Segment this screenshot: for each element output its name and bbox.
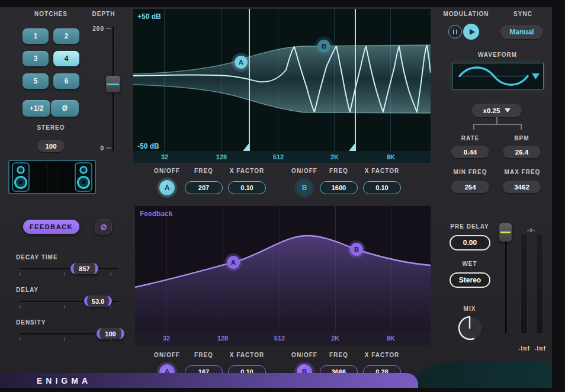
predelay-value[interactable]: 0.00 — [450, 235, 490, 250]
feedback-b-freq-label: FREQ — [321, 352, 357, 358]
bracket-bar — [473, 124, 522, 125]
left-speaker-icon — [12, 163, 29, 191]
phase-invert-button[interactable]: Ø — [51, 100, 79, 117]
rate-value[interactable]: 0.44 — [451, 146, 489, 158]
bpm-label: BPM — [507, 135, 537, 142]
output-fader-handle[interactable] — [499, 223, 512, 242]
sine-wave-icon — [452, 63, 543, 89]
svg-text:512: 512 — [273, 153, 284, 160]
brand-logo: ENIGMA — [37, 376, 91, 385]
svg-text:2K: 2K — [330, 153, 339, 160]
feedback-marker-b[interactable]: B — [348, 240, 365, 258]
max-freq-label: MAX FREQ — [501, 169, 544, 175]
wet-mode-button[interactable]: Stereo — [450, 272, 490, 288]
phaser-marker-b[interactable]: B — [314, 37, 333, 56]
notch-button-2[interactable]: 2 — [53, 28, 79, 44]
density-handle[interactable]: 100 — [97, 328, 124, 339]
feedback-b-xfactor-label: X FACTOR — [359, 352, 405, 358]
density-tick — [20, 338, 21, 341]
svg-text:128: 128 — [216, 153, 227, 160]
phaser-a-freq-value[interactable]: 207 — [185, 181, 223, 194]
notch-button-5[interactable]: 5 — [23, 73, 49, 89]
meter-left — [521, 233, 528, 334]
feedback-a-onoff-label: ON/OFF — [149, 352, 185, 358]
sync-label: SYNC — [510, 11, 536, 17]
fader-handle-line — [500, 232, 511, 233]
wet-label: WET — [457, 261, 483, 267]
phaser-b-freq-value[interactable]: 1600 — [320, 181, 358, 194]
play-icon — [470, 29, 475, 35]
notch-button-1[interactable]: 1 — [23, 28, 49, 44]
decay-time-label: DECAY TIME — [16, 254, 58, 261]
density-label: DENSITY — [16, 319, 46, 326]
svg-text:8K: 8K — [387, 335, 395, 342]
meter-right-inf-label: -Inf — [532, 345, 548, 352]
waveform-selector[interactable] — [452, 63, 544, 89]
svg-text:32: 32 — [161, 153, 168, 160]
bracket-left-leg — [473, 124, 474, 130]
phaser-graph: A B +50 dB -50 dB 32 128 512 2K 8K — [133, 9, 431, 163]
pause-icon — [453, 30, 458, 34]
multiplier-dropdown-arrow-icon — [505, 108, 511, 113]
play-button[interactable] — [463, 24, 479, 40]
half-step-button[interactable]: +1/2 — [23, 100, 50, 117]
density-tick — [64, 338, 65, 341]
plugin-window: NOTCHES 1 2 3 4 5 6 +1/2 Ø STEREO 100 DE… — [0, 0, 565, 392]
notch-button-6[interactable]: 6 — [53, 73, 79, 89]
mix-knob[interactable] — [456, 314, 483, 342]
feedback-marker-a[interactable]: A — [224, 253, 242, 271]
predelay-label: PRE DELAY — [446, 223, 493, 230]
svg-text:8K: 8K — [387, 153, 395, 160]
delay-handle[interactable]: 53.0 — [84, 295, 112, 307]
rate-multiplier-dropdown[interactable]: x0.25 — [472, 104, 522, 117]
decay-tick — [64, 272, 65, 276]
decay-time-slider[interactable] — [20, 268, 118, 269]
meter-left-inf-label: -Inf — [516, 345, 532, 352]
depth-handle[interactable] — [106, 76, 120, 92]
sync-mode-button[interactable]: Manual — [500, 25, 543, 39]
meter-zero-label: -0- — [522, 227, 540, 233]
delay-tick — [64, 305, 65, 309]
decay-tick — [20, 272, 21, 276]
bracket-stem — [496, 117, 497, 124]
svg-text:2K: 2K — [331, 335, 339, 342]
phaser-a-xfactor-value[interactable]: 0.10 — [228, 181, 266, 194]
rate-multiplier-value: x0.25 — [483, 107, 500, 114]
pause-button[interactable] — [448, 25, 462, 38]
phaser-marker-a[interactable]: A — [232, 53, 251, 72]
db-max-label: +50 dB — [137, 12, 161, 21]
bpm-value[interactable]: 26.4 — [503, 146, 541, 158]
phaser-b-toggle[interactable]: B — [297, 180, 312, 195]
decay-tick — [110, 272, 111, 276]
stereo-label: STEREO — [33, 124, 69, 131]
min-freq-value[interactable]: 254 — [451, 181, 489, 193]
mix-label: MIX — [457, 306, 483, 312]
feedback-graph: A B Feedback 32 128 512 2K 8K — [135, 206, 431, 345]
rate-label: RATE — [455, 135, 485, 142]
svg-text:512: 512 — [274, 335, 285, 342]
waveform-dropdown-arrow-icon — [532, 73, 540, 79]
phaser-b-xfactor-value[interactable]: 0.10 — [363, 181, 401, 194]
svg-text:B: B — [322, 43, 326, 50]
output-fader-track[interactable] — [505, 226, 507, 333]
notches-label: NOTCHES — [27, 11, 75, 17]
decay-time-handle[interactable]: 857 — [70, 263, 98, 274]
notch-button-3[interactable]: 3 — [23, 51, 49, 66]
stereo-value[interactable]: 100 — [37, 140, 65, 152]
max-freq-value[interactable]: 3462 — [503, 181, 541, 193]
bottom-accent-corner — [415, 361, 552, 388]
feedback-button[interactable]: FEEDBACK — [23, 220, 79, 234]
waveform-label: WAVEFORM — [474, 52, 521, 58]
depth-min-label: 0 — [95, 145, 104, 152]
feedback-b-onoff-label: ON/OFF — [287, 352, 322, 358]
notch-button-4[interactable]: 4 — [53, 51, 79, 66]
meter-right — [536, 233, 543, 334]
phaser-b-xfactor-label: X FACTOR — [359, 168, 405, 174]
phaser-a-toggle[interactable]: A — [159, 180, 175, 195]
feedback-graph-title: Feedback — [140, 210, 173, 218]
feedback-phase-button[interactable]: Ø — [95, 219, 112, 234]
bracket-right-leg — [521, 124, 522, 130]
modulation-label: MODULATION — [441, 11, 491, 17]
feedback-a-freq-label: FREQ — [186, 352, 221, 358]
delay-tick — [20, 305, 21, 309]
